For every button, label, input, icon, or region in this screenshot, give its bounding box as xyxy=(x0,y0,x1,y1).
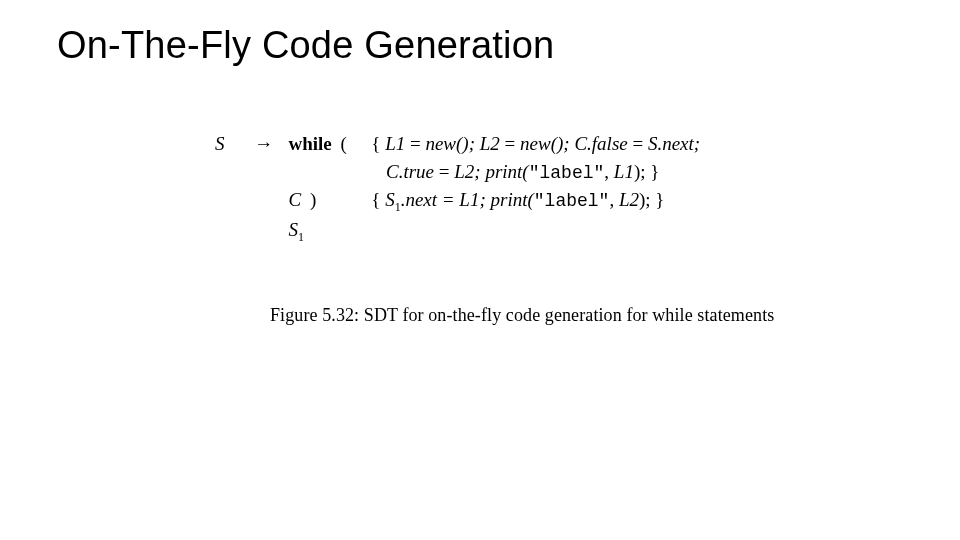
print2: print( xyxy=(491,189,534,210)
endp1: ); xyxy=(634,161,646,182)
empty-sym-2 xyxy=(287,158,367,186)
body-nt: S xyxy=(289,219,299,240)
open-paren: ( xyxy=(337,133,347,154)
prod-lhs: S xyxy=(215,130,241,158)
s1next: S xyxy=(385,189,395,210)
body-sub: 1 xyxy=(298,230,304,244)
action-line-3: { S1.next = L1; print("label", L2); } xyxy=(371,186,664,216)
production-row-3: C ) { S1.next = L1; print("label", L2); … xyxy=(215,186,700,216)
eq2: = xyxy=(500,133,520,154)
nexteq: .next = L1; xyxy=(401,189,486,210)
l1-arg: L1 xyxy=(614,161,634,182)
print1: print( xyxy=(485,161,528,182)
qlabel1: "label" xyxy=(529,163,605,183)
brace-open-1: { xyxy=(371,133,380,154)
snext: S.next; xyxy=(648,133,700,154)
l2-val: L2; xyxy=(454,161,480,182)
empty-lhs-3 xyxy=(215,186,241,214)
close-paren: ) xyxy=(306,189,316,210)
eq3: = xyxy=(628,133,648,154)
production-row-1: S → while ( { L1 = new(); L2 = new(); C.… xyxy=(215,130,700,158)
endp2: ); xyxy=(639,189,651,210)
cond-symbol: C xyxy=(289,189,302,210)
cfalse: C.false xyxy=(574,133,627,154)
brace-close-2: } xyxy=(655,189,664,210)
ctrue: C.true xyxy=(386,161,434,182)
production-row-4: S1 xyxy=(215,216,700,246)
figure-caption: Figure 5.32: SDT for on-the-fly code gen… xyxy=(270,305,774,326)
new2: new(); xyxy=(520,133,570,154)
new1: new(); xyxy=(425,133,475,154)
production-row-2: C.true = L2; print("label", L1); } xyxy=(215,158,700,186)
empty-arrow-4 xyxy=(246,216,282,244)
qlabel2: "label" xyxy=(534,191,610,211)
expr-l2-lhs: L2 xyxy=(480,133,500,154)
action-line-1: { L1 = new(); L2 = new(); C.false = S.ne… xyxy=(371,130,700,158)
brace-close-1: } xyxy=(650,161,659,182)
eq1: = xyxy=(405,133,425,154)
prod-rhs-cond: C ) xyxy=(287,186,367,214)
page-title: On-The-Fly Code Generation xyxy=(57,24,554,67)
slide: On-The-Fly Code Generation S → while ( {… xyxy=(0,0,960,540)
empty-arrow-3 xyxy=(246,186,282,214)
comma1: , xyxy=(604,161,614,182)
brace-open-2: { xyxy=(371,189,380,210)
l2-arg: L2 xyxy=(619,189,639,210)
empty-arrow-2 xyxy=(246,158,282,186)
prod-arrow: → xyxy=(246,130,282,158)
empty-lhs-4 xyxy=(215,216,241,244)
action-line-2: C.true = L2; print("label", L1); } xyxy=(371,158,659,186)
empty-lhs-2 xyxy=(215,158,241,186)
sdt-production: S → while ( { L1 = new(); L2 = new(); C.… xyxy=(215,130,700,246)
eq-l2: = xyxy=(434,161,454,182)
comma2: , xyxy=(609,189,619,210)
expr-l1-lhs: L1 xyxy=(385,133,405,154)
while-keyword: while xyxy=(289,133,332,154)
prod-rhs-body: S1 xyxy=(287,216,367,246)
prod-rhs-keyword: while ( xyxy=(287,130,367,158)
